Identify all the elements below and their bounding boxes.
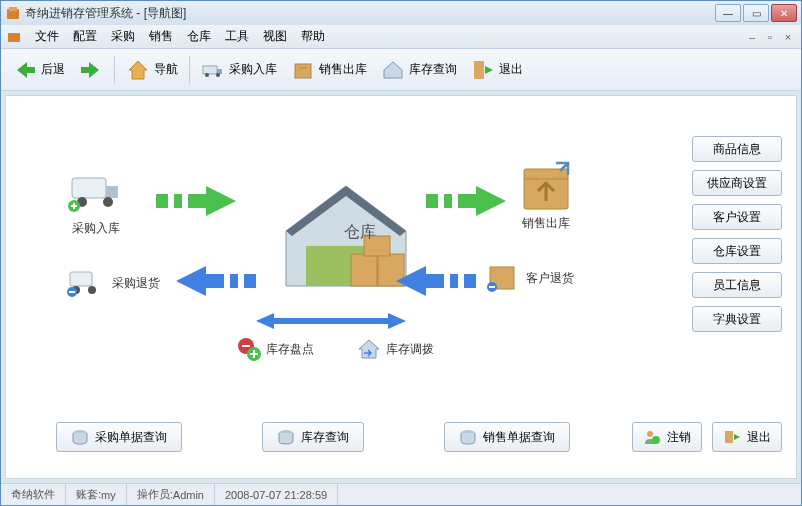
client-area: 商品信息 供应商设置 客户设置 仓库设置 员工信息 字典设置 采购入库 <box>5 95 797 479</box>
node-customer-return[interactable]: 客户退货 <box>486 261 574 295</box>
check-icon <box>236 336 262 362</box>
btn-logout[interactable]: 注销 <box>632 422 702 452</box>
home-icon <box>126 58 150 82</box>
btn-exit[interactable]: 退出 <box>712 422 782 452</box>
toolbar-purchase-in-label: 采购入库 <box>229 61 277 78</box>
back-arrow-icon <box>13 58 37 82</box>
toolbar-separator <box>189 56 190 84</box>
svg-rect-28 <box>238 274 244 288</box>
svg-rect-29 <box>444 274 450 288</box>
arrow-left-blue-2 <box>396 266 476 296</box>
btn-purchase-query[interactable]: 采购单据查询 <box>56 422 182 452</box>
btn-exit-label: 退出 <box>747 429 771 446</box>
status-company: 奇纳软件 <box>1 484 66 505</box>
svg-point-39 <box>652 436 660 444</box>
db-icon <box>277 429 295 445</box>
menu-config[interactable]: 配置 <box>73 28 97 45</box>
status-datetime: 2008-07-07 21:28:59 <box>215 484 338 505</box>
bottom-bar: 采购单据查询 库存查询 销售单据查询 注销 退出 <box>56 422 782 452</box>
svg-point-6 <box>216 73 220 77</box>
status-account: 账套:my <box>66 484 127 505</box>
side-employee[interactable]: 员工信息 <box>692 272 782 298</box>
svg-rect-20 <box>438 194 444 208</box>
svg-rect-17 <box>351 254 377 286</box>
toolbar-purchase-in[interactable]: 采购入库 <box>195 54 283 86</box>
menu-file[interactable]: 文件 <box>35 28 59 45</box>
menu-view[interactable]: 视图 <box>263 28 287 45</box>
menu-tools[interactable]: 工具 <box>225 28 249 45</box>
svg-rect-2 <box>8 33 20 42</box>
menu-icon <box>7 30 21 44</box>
svg-rect-10 <box>106 186 118 198</box>
svg-rect-23 <box>70 272 92 286</box>
app-icon <box>5 5 21 21</box>
side-customer[interactable]: 客户设置 <box>692 204 782 230</box>
side-buttons: 商品信息 供应商设置 客户设置 仓库设置 员工信息 字典设置 <box>692 136 782 332</box>
box-return-icon <box>486 261 520 295</box>
titlebar: 奇纳进销存管理系统 - [导航图] — ▭ ✕ <box>1 1 801 25</box>
btn-sale-query[interactable]: 销售单据查询 <box>444 422 570 452</box>
mdi-minimize[interactable]: – <box>745 30 759 44</box>
node-stock-check-label: 库存盘点 <box>266 341 314 358</box>
window-title: 奇纳进销存管理系统 - [导航图] <box>25 5 715 22</box>
svg-rect-40 <box>725 431 733 443</box>
svg-rect-27 <box>224 274 230 288</box>
node-stock-transfer[interactable]: 库存调拨 <box>356 336 434 362</box>
exit-icon <box>471 58 495 82</box>
truck-in-icon <box>201 58 225 82</box>
menubar: 文件 配置 采购 销售 仓库 工具 视图 帮助 – ▫ × <box>1 25 801 49</box>
mdi-restore[interactable]: ▫ <box>763 30 777 44</box>
menu-stock[interactable]: 仓库 <box>187 28 211 45</box>
package-out-icon <box>516 161 576 211</box>
btn-stock-query-label: 库存查询 <box>301 429 349 446</box>
side-supplier[interactable]: 供应商设置 <box>692 170 782 196</box>
node-stock-transfer-label: 库存调拨 <box>386 341 434 358</box>
arrow-bidir-blue <box>256 311 406 331</box>
side-dict[interactable]: 字典设置 <box>692 306 782 332</box>
minimize-button[interactable]: — <box>715 4 741 22</box>
toolbar-back[interactable]: 后退 <box>7 54 71 86</box>
close-button[interactable]: ✕ <box>771 4 797 22</box>
box-out-icon <box>291 58 315 82</box>
toolbar-forward[interactable] <box>73 54 109 86</box>
svg-rect-3 <box>203 66 217 74</box>
btn-logout-label: 注销 <box>667 429 691 446</box>
side-product-info[interactable]: 商品信息 <box>692 136 782 162</box>
node-purchase-in[interactable]: 采购入库 <box>66 166 126 237</box>
toolbar-nav-label: 导航 <box>154 61 178 78</box>
svg-rect-14 <box>168 194 174 208</box>
svg-point-38 <box>647 431 653 437</box>
node-purchase-return[interactable]: 采购退货 <box>66 266 160 300</box>
svg-rect-21 <box>452 194 458 208</box>
mdi-close[interactable]: × <box>781 30 795 44</box>
toolbar-exit[interactable]: 退出 <box>465 54 529 86</box>
menu-purchase[interactable]: 采购 <box>111 28 135 45</box>
statusbar: 奇纳软件 账套:my 操作员:Admin 2008-07-07 21:28:59 <box>1 483 801 505</box>
maximize-button[interactable]: ▭ <box>743 4 769 22</box>
db-icon <box>459 429 477 445</box>
user-icon <box>643 429 661 445</box>
btn-stock-query[interactable]: 库存查询 <box>262 422 364 452</box>
menu-help[interactable]: 帮助 <box>301 28 325 45</box>
node-sale-out[interactable]: 销售出库 <box>516 161 576 232</box>
toolbar-sale-out-label: 销售出库 <box>319 61 367 78</box>
forward-arrow-icon <box>79 58 103 82</box>
warehouse-label: 仓库 <box>344 222 376 243</box>
transfer-icon <box>356 336 382 362</box>
arrow-right-green-2 <box>426 186 506 216</box>
side-warehouse[interactable]: 仓库设置 <box>692 238 782 264</box>
toolbar-separator <box>114 56 115 84</box>
node-stock-check[interactable]: 库存盘点 <box>236 336 314 362</box>
toolbar-sale-out[interactable]: 销售出库 <box>285 54 373 86</box>
node-warehouse[interactable]: 仓库 <box>276 176 416 296</box>
status-operator: 操作员:Admin <box>127 484 215 505</box>
db-icon <box>71 429 89 445</box>
window-controls: — ▭ ✕ <box>715 4 797 22</box>
menu-sale[interactable]: 销售 <box>149 28 173 45</box>
toolbar-nav[interactable]: 导航 <box>120 54 184 86</box>
svg-rect-15 <box>182 194 188 208</box>
toolbar-stock-query[interactable]: 库存查询 <box>375 54 463 86</box>
arrow-left-blue-1 <box>176 266 256 296</box>
toolbar: 后退 导航 采购入库 销售出库 库存查询 退出 <box>1 49 801 91</box>
svg-point-12 <box>103 197 113 207</box>
